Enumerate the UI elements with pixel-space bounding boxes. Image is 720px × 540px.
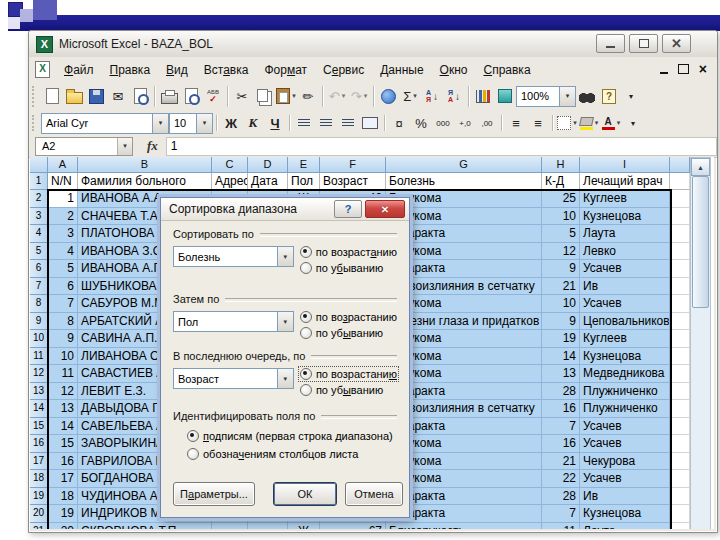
search-button[interactable] xyxy=(129,86,151,106)
font-size-combo[interactable]: 10▾ xyxy=(169,113,213,134)
cell-J16[interactable] xyxy=(670,435,690,453)
font-name-combo[interactable]: Arial Cyr▾ xyxy=(41,113,169,134)
row-header-8[interactable]: 8 xyxy=(30,295,48,313)
cell-J4[interactable] xyxy=(670,225,690,243)
cell-I14[interactable]: Плужниченко xyxy=(580,400,670,418)
cell-H3[interactable]: 10 xyxy=(542,208,580,226)
currency-style-button[interactable]: ¤ xyxy=(388,113,410,133)
menu-window[interactable]: Окно xyxy=(432,60,476,80)
toolbar-options-button[interactable]: ▾ xyxy=(622,113,644,133)
row-header-15[interactable]: 15 xyxy=(30,418,48,436)
column-header-E[interactable]: E xyxy=(288,157,320,173)
toolbar-grip[interactable] xyxy=(32,115,37,132)
cell-I19[interactable]: Ив xyxy=(580,488,670,506)
toolbar-grip[interactable] xyxy=(32,86,37,107)
cell-H18[interactable]: 22 xyxy=(542,470,580,488)
cell-I16[interactable]: Усачев xyxy=(580,435,670,453)
cell-B1[interactable]: Фамилия больного xyxy=(78,173,212,190)
scrollbar-thumb[interactable] xyxy=(692,176,709,308)
new-document-button[interactable] xyxy=(41,86,63,106)
cell-H17[interactable]: 21 xyxy=(542,453,580,471)
dialog-close-button[interactable]: ✕ xyxy=(365,200,405,218)
last-by-ascending-radio[interactable]: по возрастанию xyxy=(300,368,397,380)
cell-H8[interactable]: 10 xyxy=(542,295,580,313)
autosum-button[interactable]: Σ▾ xyxy=(399,86,421,106)
row-header-12[interactable]: 12 xyxy=(30,365,48,383)
menu-help[interactable]: Справка xyxy=(475,60,538,80)
cell-E1[interactable]: Пол xyxy=(288,173,320,190)
cell-A1[interactable]: N/N xyxy=(48,173,78,190)
paste-button[interactable]: ▾ xyxy=(275,86,297,106)
cell-I11[interactable]: Кузнецова xyxy=(580,348,670,366)
cancel-button[interactable]: Отмена xyxy=(345,482,403,506)
spelling-button[interactable] xyxy=(202,86,224,106)
cell-I6[interactable]: Усачев xyxy=(580,260,670,278)
menu-data[interactable]: Данные xyxy=(372,60,431,80)
workbook-close-icon[interactable]: × xyxy=(699,62,707,76)
cell-H16[interactable]: 16 xyxy=(542,435,580,453)
column-header-D[interactable]: D xyxy=(248,157,288,173)
cell-J17[interactable] xyxy=(670,453,690,471)
cell-H11[interactable]: 14 xyxy=(542,348,580,366)
menu-insert[interactable]: Вставка xyxy=(196,60,257,80)
column-header-A[interactable]: A xyxy=(48,157,78,173)
cell-A2[interactable]: 1 xyxy=(48,190,78,208)
row-header-21[interactable]: 21 xyxy=(30,523,48,530)
dialog-help-button[interactable]: ? xyxy=(334,200,362,218)
cell-D1[interactable]: Дата xyxy=(248,173,288,190)
menu-format[interactable]: Формат xyxy=(256,60,315,80)
cell-H7[interactable]: 21 xyxy=(542,278,580,296)
row-header-7[interactable]: 7 xyxy=(30,278,48,296)
print-button[interactable] xyxy=(158,86,180,106)
cell-J21[interactable] xyxy=(670,523,690,530)
close-button[interactable]: ✕ xyxy=(662,34,691,53)
cell-A3[interactable]: 2 xyxy=(48,208,78,226)
cell-G1[interactable]: Болезнь xyxy=(386,173,542,190)
cell-H5[interactable]: 12 xyxy=(542,243,580,261)
row-header-9[interactable]: 9 xyxy=(30,313,48,331)
chevron-down-icon[interactable]: ▾ xyxy=(196,114,212,133)
row-header-13[interactable]: 13 xyxy=(30,383,48,401)
name-box[interactable]: A2 ▾ xyxy=(35,137,133,156)
row-header-3[interactable]: 3 xyxy=(30,208,48,226)
vertical-scrollbar[interactable]: ▲ xyxy=(690,157,711,529)
row-header-2[interactable]: 2 xyxy=(30,190,48,208)
cell-J6[interactable] xyxy=(670,260,690,278)
open-button[interactable] xyxy=(63,86,85,106)
cell-A13[interactable]: 12 xyxy=(48,383,78,401)
drawing-button[interactable] xyxy=(494,86,516,106)
cell-I21[interactable]: Лаута xyxy=(580,523,670,530)
cell-I13[interactable]: Плужниченко xyxy=(580,383,670,401)
cell-J18[interactable] xyxy=(670,470,690,488)
cell-A20[interactable]: 19 xyxy=(48,505,78,523)
align-center-button[interactable] xyxy=(315,113,337,133)
cell-A16[interactable]: 15 xyxy=(48,435,78,453)
cell-I4[interactable]: Лаута xyxy=(580,225,670,243)
column-header-B[interactable]: B xyxy=(78,157,212,173)
cell-J20[interactable] xyxy=(670,505,690,523)
cell-I7[interactable]: Ив xyxy=(580,278,670,296)
scroll-up-button[interactable]: ▲ xyxy=(691,158,710,176)
cell-J19[interactable] xyxy=(670,488,690,506)
last-by-descending-radio[interactable]: по убыванию xyxy=(300,384,397,396)
row-header-4[interactable]: 4 xyxy=(30,225,48,243)
cell-J8[interactable] xyxy=(670,295,690,313)
cell-J7[interactable] xyxy=(670,278,690,296)
increase-decimal-button[interactable]: +,0 xyxy=(454,113,476,133)
cell-H10[interactable]: 19 xyxy=(542,330,580,348)
cell-H19[interactable]: 28 xyxy=(542,488,580,506)
cell-H9[interactable]: 9 xyxy=(542,313,580,331)
cell-F21[interactable]: 67 xyxy=(320,523,386,530)
help-button[interactable]: ? xyxy=(598,86,620,106)
chevron-down-icon[interactable]: ▾ xyxy=(152,114,168,133)
cell-I20[interactable]: Кузнецова xyxy=(580,505,670,523)
cell-I12[interactable]: Медведникова xyxy=(580,365,670,383)
cell-J2[interactable] xyxy=(670,190,690,208)
copy-button[interactable] xyxy=(253,86,275,106)
cell-A8[interactable]: 7 xyxy=(48,295,78,313)
fill-color-button[interactable]: ▾ xyxy=(578,113,600,133)
cell-F1[interactable]: Возраст xyxy=(320,173,386,190)
row-header-11[interactable]: 11 xyxy=(30,348,48,366)
column-header-F[interactable]: F xyxy=(320,157,386,173)
cell-C21[interactable] xyxy=(212,523,248,530)
